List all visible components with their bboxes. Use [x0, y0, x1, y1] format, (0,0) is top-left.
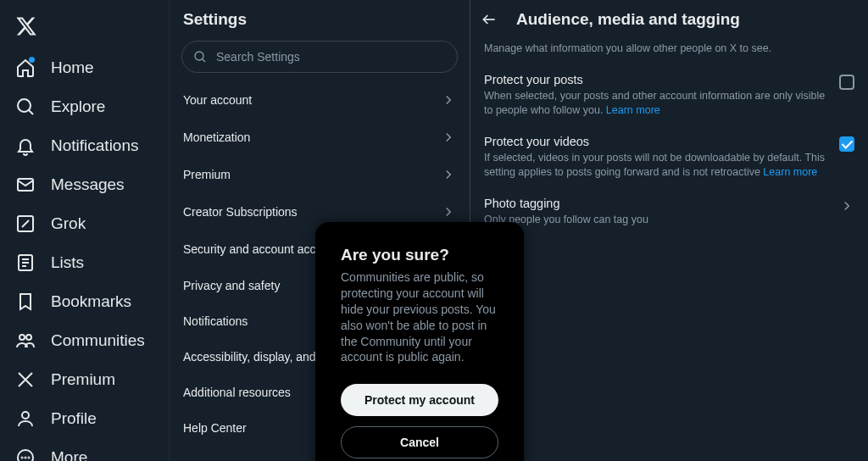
chevron-right-icon: [441, 92, 456, 108]
nav-premium[interactable]: Premium: [5, 360, 162, 399]
option-desc: Only people you follow can tag you: [484, 213, 829, 227]
row-label: Security and account access: [183, 242, 334, 256]
nav-label: More: [51, 448, 87, 461]
nav-grok[interactable]: Grok: [5, 204, 162, 243]
svg-point-0: [18, 99, 31, 112]
row-label: Notifications: [183, 314, 248, 328]
nav-label: Home: [51, 58, 94, 77]
svg-line-4: [22, 220, 29, 227]
svg-point-11: [22, 412, 29, 419]
option-title: Photo tagging: [484, 197, 829, 210]
nav-more[interactable]: More: [5, 438, 162, 461]
row-label: Help Center: [183, 421, 247, 435]
nav-label: Grok: [51, 214, 86, 233]
nav-notifications[interactable]: Notifications: [5, 126, 162, 165]
nav-label: Notifications: [51, 136, 139, 155]
dialog-body: Communities are public, so protecting yo…: [341, 269, 498, 365]
row-label: Creator Subscriptions: [183, 205, 298, 219]
nav-label: Bookmarks: [51, 292, 131, 311]
protect-account-button[interactable]: Protect my account: [341, 384, 498, 416]
settings-row-premium[interactable]: Premium: [170, 156, 470, 193]
chevron-right-icon: [441, 204, 456, 219]
nav-messages[interactable]: Messages: [5, 165, 162, 204]
list-icon: [15, 253, 36, 273]
nav-label: Premium: [51, 370, 115, 389]
nav-home[interactable]: Home: [5, 48, 162, 87]
chevron-right-icon: [839, 198, 854, 214]
svg-point-15: [29, 458, 30, 458]
nav-label: Messages: [51, 175, 125, 194]
svg-line-17: [203, 59, 205, 62]
nav-bookmarks[interactable]: Bookmarks: [5, 282, 162, 321]
option-photo-tagging[interactable]: Photo tagging Only people you follow can…: [470, 190, 868, 237]
nav-label: Explore: [51, 97, 105, 116]
grok-icon: [15, 214, 36, 234]
detail-header: Audience, media and tagging: [470, 5, 868, 37]
option-desc: When selected, your posts and other acco…: [484, 89, 829, 118]
dialog-title: Are you sure?: [341, 246, 498, 264]
row-label: Privacy and safety: [183, 279, 280, 292]
nav-label: Profile: [51, 409, 97, 428]
settings-title: Settings: [183, 10, 456, 29]
search-icon: [15, 97, 36, 117]
detail-panel: Audience, media and tagging Manage what …: [470, 0, 868, 461]
cancel-button[interactable]: Cancel: [341, 426, 498, 458]
option-protect-videos: Protect your videos If selected, videos …: [470, 128, 868, 190]
svg-point-14: [25, 458, 26, 458]
protect-posts-checkbox[interactable]: [839, 75, 854, 90]
nav-lists[interactable]: Lists: [5, 243, 162, 282]
svg-point-16: [195, 52, 203, 60]
nav-communities[interactable]: Communities: [5, 321, 162, 360]
nav-profile[interactable]: Profile: [5, 399, 162, 438]
settings-search: [181, 41, 458, 73]
row-label: Your account: [183, 93, 252, 107]
search-input[interactable]: [181, 41, 458, 73]
option-protect-posts: Protect your posts When selected, your p…: [470, 66, 868, 128]
nav-label: Communities: [51, 331, 145, 350]
confirm-dialog: Are you sure? Communities are public, so…: [315, 222, 524, 461]
search-icon: [193, 50, 207, 64]
option-desc: If selected, videos in your posts will n…: [484, 151, 829, 180]
option-title: Protect your posts: [484, 73, 829, 86]
primary-nav: Home Explore Notifications Messages Grok…: [0, 0, 170, 461]
bell-icon: [15, 136, 36, 156]
learn-more-link[interactable]: Learn more: [763, 166, 817, 178]
chevron-right-icon: [441, 130, 456, 145]
svg-line-1: [29, 110, 33, 114]
learn-more-link[interactable]: Learn more: [606, 104, 660, 116]
option-title: Protect your videos: [484, 135, 829, 148]
detail-title: Audience, media and tagging: [516, 10, 740, 29]
back-button[interactable]: [481, 11, 498, 28]
communities-icon: [15, 330, 36, 351]
row-label: Monetization: [183, 131, 250, 144]
settings-row-monetization[interactable]: Monetization: [170, 119, 470, 156]
profile-icon: [15, 408, 36, 429]
settings-row-your-account[interactable]: Your account: [170, 81, 470, 119]
chevron-right-icon: [441, 167, 456, 182]
nav-explore[interactable]: Explore: [5, 87, 162, 126]
mail-icon: [15, 175, 36, 195]
more-icon: [15, 447, 36, 461]
notification-dot: [29, 57, 35, 63]
detail-subtitle: Manage what information you allow other …: [470, 37, 868, 66]
bookmark-icon: [15, 292, 36, 312]
row-label: Additional resources: [183, 386, 291, 399]
protect-videos-checkbox[interactable]: [839, 136, 854, 152]
x-logo[interactable]: [5, 7, 162, 48]
row-label: Premium: [183, 168, 231, 181]
x-icon: [15, 369, 36, 390]
svg-point-10: [26, 335, 31, 340]
svg-point-13: [22, 458, 23, 458]
nav-label: Lists: [51, 253, 84, 272]
svg-point-9: [19, 335, 25, 340]
svg-point-12: [18, 450, 33, 461]
